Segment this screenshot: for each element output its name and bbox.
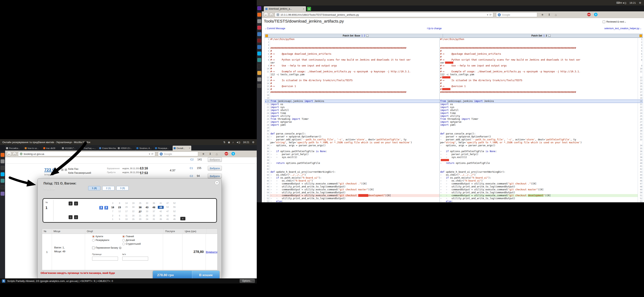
seat-35[interactable]: 35 [158, 218, 164, 220]
radio-icon[interactable] [122, 243, 125, 245]
seat-22[interactable]: 22 [130, 210, 136, 212]
launcher-icon-8[interactable] [257, 52, 261, 56]
tab-close-icon[interactable]: × [303, 8, 304, 10]
launcher-icon-5[interactable] [0, 179, 4, 183]
commit-message-link[interactable]: ←Commit Message [264, 27, 285, 30]
seat-23[interactable]: 23 [116, 206, 122, 209]
reviewed-checkbox[interactable]: Reviewed & next→ [603, 20, 626, 23]
train-number-link[interactable]: 723 О [44, 168, 56, 172]
line-number-right[interactable]: 4 [638, 47, 643, 50]
network-indicator-icon[interactable]: ⇅ [224, 141, 226, 144]
seat-11[interactable]: 11 [124, 214, 129, 217]
line-number-left[interactable]: 11 [265, 70, 270, 73]
wagon-tab-1[interactable]: 1 (4) [88, 186, 100, 190]
download-diff-icon[interactable] [366, 35, 368, 37]
line-number-left[interactable]: 21 [265, 103, 270, 106]
seat-34[interactable]: 34 [130, 206, 136, 208]
seat-37[interactable]: 37 [151, 210, 157, 212]
line-number-right[interactable]: 11 [638, 70, 643, 73]
line-number-left[interactable]: 46 [265, 180, 270, 182]
line-number-left[interactable]: 15 [265, 85, 270, 88]
patch-set-link-1[interactable]: 1 [362, 34, 363, 37]
line-number-left[interactable]: 45 [265, 176, 270, 180]
line-number-left[interactable]: 17 [265, 91, 270, 94]
line-number-right[interactable]: 20 [638, 100, 643, 103]
search-box[interactable]: G Google [158, 152, 198, 156]
line-number-right[interactable]: 39 [638, 159, 643, 162]
line-number-right[interactable]: 17 [638, 91, 643, 94]
line-number-right[interactable]: 47 [638, 182, 643, 185]
seat-25[interactable]: 25 [137, 202, 143, 204]
downloads-icon[interactable]: ⬇ [548, 13, 550, 16]
session-menu-icon[interactable]: ⚙ [639, 1, 641, 4]
line-number-right[interactable]: 25 [638, 115, 643, 118]
urlbar-dropdown-icon[interactable]: ▾ [149, 152, 150, 156]
line-number-left[interactable]: 7 [265, 56, 270, 58]
seat-53[interactable]: 53 [165, 206, 170, 208]
line-number-left[interactable]: 2 [265, 41, 270, 44]
download-diff-icon[interactable] [548, 35, 550, 37]
line-number-right[interactable]: 12 [638, 76, 643, 79]
line-number-right[interactable]: 7 [638, 56, 643, 58]
tab-10[interactable]: Онлай...× [173, 146, 191, 150]
line-number-right[interactable]: 32 [638, 135, 643, 138]
seat-26[interactable]: 26 [144, 214, 150, 217]
options-button[interactable]: Options... [240, 279, 255, 283]
seat-33[interactable]: 33 [144, 210, 150, 212]
line-number-left[interactable]: 32 [265, 135, 270, 138]
line-number-right[interactable]: 26 [638, 118, 643, 120]
line-number-left[interactable]: 44 [265, 174, 270, 176]
purchase-option[interactable]: Купити [92, 235, 103, 238]
seat-18[interactable]: 18 [110, 206, 116, 209]
seat-42[interactable]: 42 [165, 214, 170, 217]
patch-set-link-1[interactable]: 1 [543, 34, 545, 37]
line-number-left[interactable]: 49 [265, 188, 270, 191]
seat-8[interactable]: 8 [116, 202, 122, 204]
launcher-icon-4[interactable] [0, 172, 4, 176]
add-to-cart-button[interactable]: В кошик [192, 271, 220, 278]
launcher-icon-12[interactable] [257, 78, 261, 81]
keyboard-indicator-icon[interactable]: ⌨ [616, 1, 620, 4]
back-button[interactable]: ← [264, 12, 268, 17]
search-box[interactable]: G Google [496, 12, 537, 17]
line-number-right[interactable]: 1 [638, 38, 643, 41]
line-number-left[interactable]: 25 [265, 115, 270, 118]
seat-12[interactable]: 12 [116, 210, 122, 212]
bookmark-star-icon[interactable]: ★ [202, 152, 204, 156]
launcher-icon-6[interactable] [257, 38, 261, 42]
noscript-icon[interactable]: S [2, 279, 5, 283]
seat-7[interactable]: 7 [110, 210, 116, 212]
window-title-bar[interactable]: Онлайн резервування та придбання квитків… [0, 139, 257, 145]
line-number-left[interactable]: 26 [265, 118, 270, 120]
line-number-right[interactable]: 29 [638, 126, 643, 130]
seat-3[interactable]: 3 [110, 202, 116, 204]
checkbox-icon[interactable] [92, 246, 95, 249]
line-number-right[interactable]: 10 [638, 67, 643, 70]
line-number-left[interactable]: 16 [265, 88, 270, 91]
seat-52[interactable]: 52 [172, 202, 177, 204]
url-bar[interactable]: booking.uz.gov.ua ▾ ⟳ [18, 152, 155, 156]
line-number-right[interactable]: 6 [638, 52, 643, 56]
line-number-right[interactable]: 46 [638, 180, 643, 182]
urlbar-dropdown-icon[interactable]: ▾ [487, 13, 488, 16]
message-indicator-icon[interactable]: ✉ [620, 1, 622, 4]
launcher-icon-4[interactable] [257, 26, 261, 30]
line-number-left[interactable]: 33 [265, 138, 270, 141]
line-number-right[interactable]: 27 [638, 120, 643, 124]
line-number-left[interactable]: 24 [265, 112, 270, 115]
seat-45[interactable]: 45 [172, 218, 177, 220]
seat-41[interactable]: 41 [165, 218, 170, 220]
line-number-left[interactable]: 40 [265, 162, 270, 165]
line-number-left[interactable]: 51 [265, 194, 270, 197]
line-number-right[interactable]: 3 [638, 44, 643, 47]
seat-29[interactable]: 29 [124, 206, 129, 208]
line-number-left[interactable]: 48 [265, 185, 270, 188]
radio-icon[interactable] [122, 235, 125, 238]
baggage-checkbox[interactable]: Перевезення багажу ? [92, 246, 122, 249]
line-number-right[interactable]: 24 [638, 112, 643, 115]
file-marker-icon[interactable] [640, 34, 642, 37]
line-number-right[interactable]: 9 [638, 64, 643, 67]
close-icon[interactable]: × [215, 180, 219, 185]
line-number-left[interactable]: 31 [265, 132, 270, 135]
line-number-right[interactable]: 28 [638, 124, 643, 126]
